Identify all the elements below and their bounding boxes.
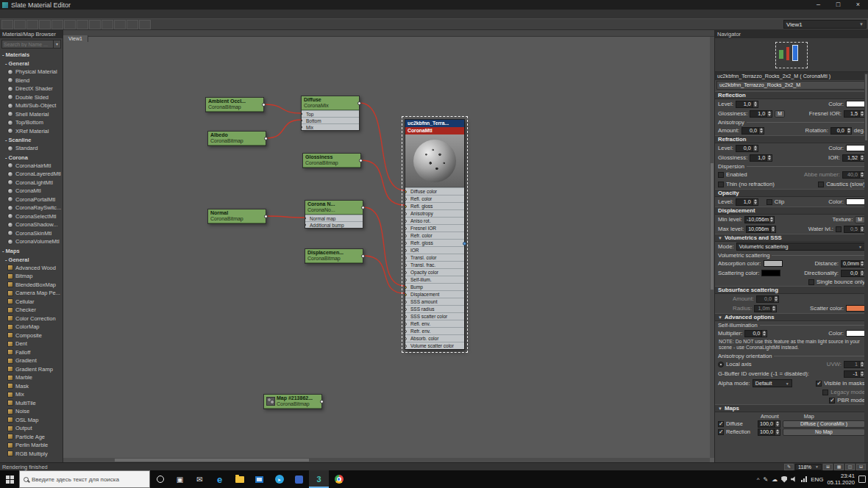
browser-item[interactable]: Output — [0, 424, 63, 433]
browser-item[interactable]: Falloff — [0, 348, 63, 357]
opacity-clip-checkbox[interactable] — [766, 199, 772, 205]
input-socket[interactable] — [405, 264, 407, 267]
distance-field[interactable]: 0,0mm — [841, 260, 860, 268]
toolbar-icon[interactable] — [102, 20, 113, 29]
browser-item[interactable]: Gradient Ramp — [0, 365, 63, 374]
section-refraction[interactable]: Refraction — [715, 135, 868, 143]
browser-item[interactable]: Bitmap — [0, 272, 63, 281]
browser-item[interactable]: Double Sided — [0, 93, 63, 102]
material-slot[interactable]: Volume scatter color — [405, 342, 464, 349]
node-input-row[interactable]: Bottom — [302, 117, 359, 123]
section-reflection[interactable]: Reflection — [715, 91, 868, 99]
close-icon[interactable]: × — [848, 0, 868, 10]
browser-item[interactable]: Composite — [0, 331, 63, 340]
input-socket[interactable] — [405, 227, 407, 230]
input-socket[interactable] — [405, 242, 407, 245]
material-slot[interactable]: Transl. frac. — [405, 261, 464, 268]
input-socket[interactable] — [405, 315, 407, 318]
toolbar-icon[interactable] — [39, 20, 51, 29]
section-maps[interactable]: ▼Maps — [715, 404, 868, 412]
browser-item[interactable]: Multi/Sub-Object — [0, 101, 63, 110]
pen-tray-icon[interactable]: ✎ — [764, 476, 769, 483]
sss-radius-field[interactable]: 1,0m — [754, 305, 772, 312]
input-socket[interactable] — [405, 323, 407, 326]
input-socket[interactable] — [305, 223, 306, 226]
toolbar-icon[interactable] — [127, 20, 138, 29]
toolbar-icon[interactable] — [64, 20, 76, 29]
material-slot[interactable]: Refr. env. — [405, 327, 464, 334]
toolbar-icon[interactable] — [51, 20, 63, 29]
material-slot[interactable]: Anisotropy — [405, 209, 464, 217]
browser-group-general-materials[interactable]: - General — [0, 59, 63, 68]
caustics-checkbox[interactable] — [818, 182, 824, 187]
material-slot[interactable]: Self-illum. — [405, 276, 464, 283]
pan-icon[interactable]: ◫ — [845, 464, 855, 470]
browser-item[interactable]: Gradient — [0, 356, 63, 365]
output-socket[interactable] — [262, 103, 266, 107]
browser-item[interactable]: BlendedBoxMap — [0, 281, 63, 290]
browser-item[interactable]: Blend — [0, 76, 63, 85]
output-socket[interactable] — [361, 254, 365, 258]
input-socket[interactable] — [405, 249, 407, 252]
browser-item[interactable]: Advanced Wood — [0, 264, 63, 273]
fit-view-icon[interactable]: ⊟ — [856, 464, 866, 470]
gbuffer-id-field[interactable]: -1 — [844, 370, 860, 378]
taskbar-search-box[interactable]: Введите здесь текст для поиска — [19, 470, 150, 488]
network-icon[interactable] — [801, 476, 807, 482]
input-socket[interactable] — [302, 119, 302, 122]
node-corona-mtl[interactable]: uc2kbfnn_Terra... CoronaMtl Diffuse colo… — [405, 119, 465, 350]
navigator-header[interactable]: Navigator — [715, 30, 868, 38]
browser-item[interactable]: Noise — [0, 407, 63, 416]
section-advanced[interactable]: ▼Advanced options — [715, 313, 868, 321]
browser-item[interactable]: CoronaMtl — [0, 187, 63, 195]
browser-item[interactable]: Physical Material — [0, 68, 63, 76]
input-socket[interactable] — [302, 126, 302, 129]
map-enable-checkbox[interactable] — [718, 421, 724, 427]
browser-item[interactable]: Mix — [0, 390, 63, 399]
node-input-row[interactable]: Mix — [302, 123, 359, 130]
sss-scatter-color-swatch[interactable] — [846, 305, 865, 312]
node-normal-bitmap[interactable]: NormalCoronaBitmap — [207, 209, 266, 224]
browser-item[interactable]: RGB Multiply — [0, 450, 63, 459]
map-enable-checkbox[interactable] — [718, 429, 724, 435]
browser-item[interactable]: Perlin Marble — [0, 441, 63, 450]
search-input[interactable] — [1, 40, 54, 49]
navigator-view-rect[interactable] — [775, 42, 808, 68]
opacity-level-field[interactable]: 1,0 — [736, 198, 753, 206]
refraction-ior-field[interactable]: 1,52 — [842, 154, 860, 162]
alpha-mode-dropdown[interactable]: Default▼ — [753, 379, 792, 387]
node-input-row[interactable]: Additional bump — [305, 221, 363, 228]
material-slot[interactable]: SSS amount — [405, 298, 464, 305]
water-level-field[interactable]: 0,5 — [844, 226, 860, 233]
input-socket[interactable] — [405, 330, 407, 333]
input-socket[interactable] — [405, 190, 407, 193]
3ds-max-icon[interactable]: 3 — [309, 470, 329, 488]
input-socket[interactable] — [405, 293, 407, 296]
thin-refraction-checkbox[interactable] — [718, 182, 724, 187]
browser-group-materials[interactable]: - Materials — [0, 50, 63, 59]
task-view-icon[interactable]: ▣ — [170, 470, 190, 488]
action-center-icon[interactable] — [858, 476, 866, 483]
telegram-icon[interactable]: ➤ — [269, 470, 289, 488]
map-slot-button[interactable]: Diffuse ( CoronaMix ) — [783, 420, 865, 428]
toolbar-icon[interactable] — [114, 20, 126, 29]
volume-icon[interactable] — [791, 476, 797, 483]
selfillum-multiplier-field[interactable]: 0,0 — [744, 330, 762, 337]
reflection-glossiness-field[interactable]: 1,0 — [750, 110, 767, 118]
browser-header[interactable]: Material/Map Browser — [0, 30, 63, 38]
input-socket[interactable] — [305, 217, 306, 220]
node-glossiness[interactable]: GlossinessCoronaBitmap — [302, 153, 361, 168]
reflection-level-field[interactable]: 1,0 — [736, 101, 753, 108]
section-opacity[interactable]: Opacity — [715, 189, 868, 197]
browser-item[interactable]: Particle Age — [0, 433, 63, 442]
anisotropy-rotation-field[interactable]: 0,0 — [830, 127, 847, 134]
navigation-figure-icon[interactable] — [69, 445, 77, 455]
input-socket[interactable] — [405, 301, 407, 304]
zoom-extents-icon[interactable]: ⊞ — [823, 464, 833, 470]
output-socket[interactable] — [264, 215, 268, 218]
browser-item[interactable]: Dent — [0, 340, 63, 348]
browser-item[interactable]: Standard — [0, 144, 63, 153]
section-displacement[interactable]: Displacement — [715, 207, 868, 215]
minimize-icon[interactable]: – — [808, 0, 828, 10]
panel-scrollbar[interactable] — [864, 73, 868, 462]
